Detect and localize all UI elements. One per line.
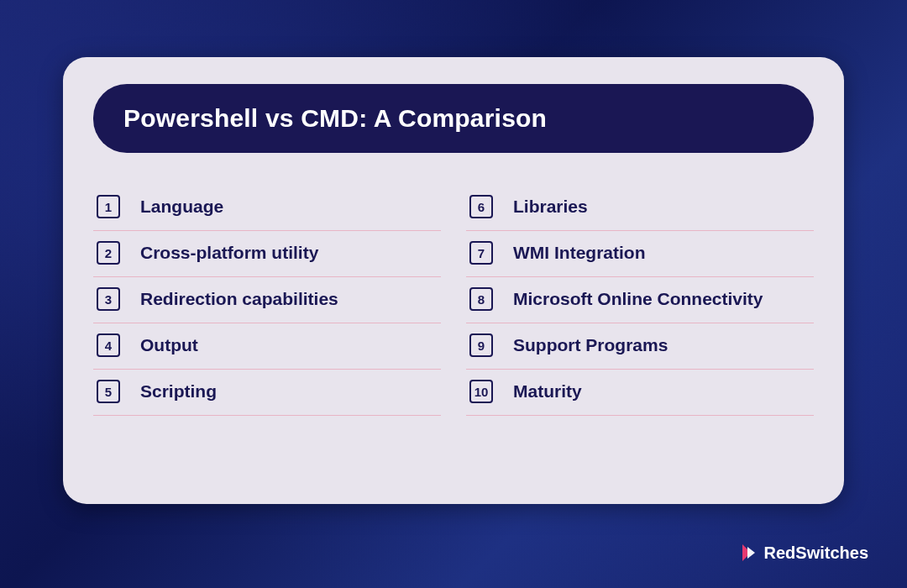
item-label: Libraries bbox=[513, 197, 588, 217]
number-badge: 2 bbox=[97, 241, 120, 265]
number-badge: 5 bbox=[97, 380, 120, 403]
number-badge: 8 bbox=[469, 287, 493, 311]
item-label: Language bbox=[140, 197, 223, 217]
number-badge: 9 bbox=[469, 333, 493, 357]
list-item: 7 WMI Integration bbox=[466, 231, 814, 277]
number-badge: 1 bbox=[97, 195, 120, 218]
list-item: 5 Scripting bbox=[93, 370, 441, 416]
brand-icon bbox=[741, 543, 758, 563]
list-item: 6 Libraries bbox=[466, 185, 814, 231]
item-label: Microsoft Online Connectivity bbox=[513, 289, 763, 309]
item-label: WMI Integration bbox=[513, 243, 645, 263]
item-label: Cross-platform utility bbox=[140, 243, 318, 263]
number-badge: 6 bbox=[469, 195, 493, 218]
brand-name: RedSwitches bbox=[764, 543, 868, 563]
list-item: 9 Support Programs bbox=[466, 323, 814, 370]
item-label: Redirection capabilities bbox=[140, 289, 338, 309]
number-badge: 10 bbox=[469, 380, 493, 403]
item-label: Scripting bbox=[140, 381, 217, 402]
list-item: 8 Microsoft Online Connectivity bbox=[466, 277, 814, 323]
card-title: Powershell vs CMD: A Comparison bbox=[123, 104, 784, 133]
number-badge: 4 bbox=[97, 333, 120, 357]
number-badge: 3 bbox=[97, 287, 120, 311]
list-item: 4 Output bbox=[93, 323, 441, 370]
item-label: Maturity bbox=[513, 381, 582, 402]
list-item: 10 Maturity bbox=[466, 370, 814, 416]
brand-logo: RedSwitches bbox=[741, 543, 868, 563]
columns: 1 Language 2 Cross-platform utility 3 Re… bbox=[93, 185, 814, 416]
right-column: 6 Libraries 7 WMI Integration 8 Microsof… bbox=[466, 185, 814, 416]
list-item: 3 Redirection capabilities bbox=[93, 277, 441, 323]
list-item: 2 Cross-platform utility bbox=[93, 231, 441, 277]
item-label: Support Programs bbox=[513, 335, 668, 355]
left-column: 1 Language 2 Cross-platform utility 3 Re… bbox=[93, 185, 441, 416]
comparison-card: Powershell vs CMD: A Comparison 1 Langua… bbox=[63, 57, 844, 504]
item-label: Output bbox=[140, 335, 198, 355]
title-bar: Powershell vs CMD: A Comparison bbox=[93, 84, 814, 153]
list-item: 1 Language bbox=[93, 185, 441, 231]
number-badge: 7 bbox=[469, 241, 493, 265]
